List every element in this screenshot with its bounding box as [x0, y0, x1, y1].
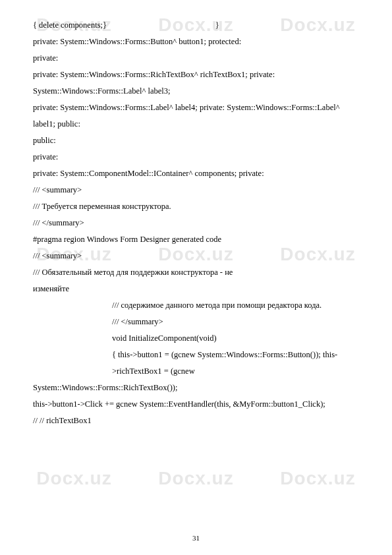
code-line: /// <summary>	[33, 182, 366, 198]
code-line: void InitializeComponent(void)	[33, 330, 366, 347]
watermark-text: Docx.uz	[280, 468, 355, 489]
code-text-left: { delete components;}	[33, 17, 107, 34]
code-line: #pragma region Windows Form Designer gen…	[33, 231, 366, 248]
watermark-text: Docx.uz	[36, 468, 111, 489]
code-line: private:	[33, 50, 366, 67]
code-line: { delete components;}}	[33, 17, 219, 34]
code-line: /// </summary>	[33, 215, 366, 231]
watermark-text: Docx.uz	[158, 468, 233, 489]
code-line: /// <summary>	[33, 248, 366, 264]
code-line: /// содержимое данного метода при помощи…	[33, 297, 366, 314]
code-line: public:	[33, 132, 366, 149]
watermark-row-bottom: Docx.uz Docx.uz Docx.uz	[0, 468, 392, 489]
code-line: private: System::Windows::Forms::Label^ …	[33, 100, 366, 116]
code-line: >richTextBox1 = (gcnew	[33, 363, 366, 380]
code-line: private: System::ComponentModel::IContai…	[33, 165, 366, 182]
code-line: System::Windows::Forms::Label^ label3;	[33, 83, 366, 100]
page-number: 31	[0, 534, 392, 542]
code-line: private: System::Windows::Forms::RichTex…	[33, 67, 366, 83]
code-line: // // richTextBox1	[33, 413, 366, 429]
code-line: label1; public:	[33, 116, 366, 132]
code-line: { this->button1 = (gcnew System::Windows…	[33, 347, 366, 363]
code-line: System::Windows::Forms::RichTextBox());	[33, 380, 366, 396]
code-line: private: System::Windows::Forms::Button^…	[33, 34, 366, 50]
code-line: изменяйте	[33, 281, 366, 297]
code-line: /// Требуется переменная конструктора.	[33, 198, 366, 215]
code-text-right: }	[215, 17, 219, 34]
document-content: { delete components;}}private: System::W…	[33, 17, 366, 429]
code-line: /// </summary>	[33, 314, 366, 330]
code-line: this->button1->Click += gcnew System::Ev…	[33, 396, 366, 413]
code-line: /// Обязательный метод для поддержки кон…	[33, 264, 366, 281]
code-line: private:	[33, 149, 366, 165]
